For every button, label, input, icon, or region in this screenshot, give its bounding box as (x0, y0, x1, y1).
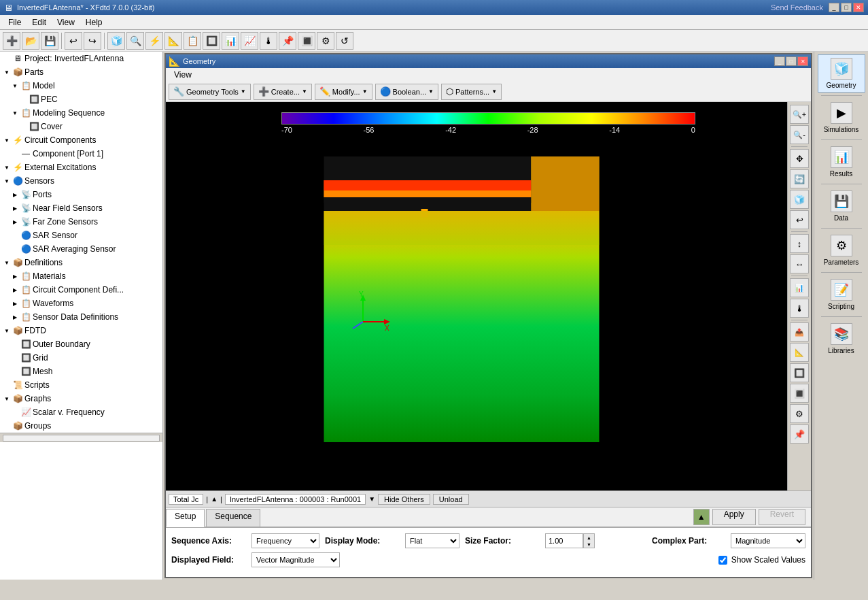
nav-data[interactable]: 💾 Data (818, 187, 865, 225)
nav-parameters[interactable]: ⚙ Parameters (818, 231, 865, 269)
canvas-area[interactable]: -70 -56 -42 -28 -14 0 (166, 102, 811, 490)
nav-scripting[interactable]: 📝 Scripting (818, 276, 865, 314)
tb-icon11[interactable]: 🔳 (298, 32, 315, 50)
menu-help[interactable]: Help (80, 16, 108, 29)
settings-vis-btn[interactable]: ⚙ (790, 404, 809, 423)
save-btn[interactable]: 💾 (41, 32, 58, 50)
temp-btn[interactable]: 🌡 (790, 299, 809, 318)
unload-btn[interactable]: Unload (433, 494, 469, 505)
fit-btn[interactable]: ↩ (790, 210, 809, 229)
sidebar-item-outer-boundary[interactable]: 🔲 Outer Boundary (0, 337, 162, 351)
3d-btn[interactable]: 🧊 (790, 190, 809, 209)
vert-btn[interactable]: ↕ (790, 234, 809, 253)
feedback-link[interactable]: Send Feedback (771, 3, 823, 12)
tb-icon9[interactable]: 🌡 (260, 32, 277, 50)
sidebar-item-model[interactable]: ▼ 📋 Model (0, 79, 162, 93)
rotate-btn[interactable]: 🔄 (790, 169, 809, 188)
nav-simulations[interactable]: ▶ Simulations (818, 99, 865, 137)
seq-axis-select[interactable]: Frequency (251, 533, 319, 548)
revert-btn[interactable]: Revert (759, 509, 805, 525)
nav-results[interactable]: 📊 Results (818, 143, 865, 181)
sidebar-item-sensor-data-def[interactable]: ▶ 📋 Sensor Data Definitions (0, 310, 162, 324)
minimize-btn[interactable]: _ (829, 3, 839, 12)
nav-libraries[interactable]: 📚 Libraries (818, 320, 865, 358)
sidebar-item-far-zone[interactable]: ▶ 📡 Far Zone Sensors (0, 215, 162, 229)
geometry-tools-btn[interactable]: 🔧 Geometry Tools ▼ (169, 84, 251, 100)
menu-view[interactable]: View (52, 16, 80, 29)
tb-icon4[interactable]: 📐 (164, 32, 182, 50)
sidebar-item-grid[interactable]: 🔲 Grid (0, 351, 162, 365)
geo-minimize[interactable]: _ (774, 56, 785, 66)
menu-file[interactable]: File (3, 16, 27, 29)
sidebar-item-sar-avg[interactable]: 🔵 SAR Averaging Sensor (0, 242, 162, 256)
sidebar-item-near-field[interactable]: ▶ 📡 Near Field Sensors (0, 201, 162, 215)
measure-btn[interactable]: 📐 (790, 343, 809, 362)
size-down-btn[interactable]: ▼ (583, 541, 594, 548)
chart-btn[interactable]: 📊 (790, 278, 809, 297)
pin-btn[interactable]: 📌 (790, 424, 809, 444)
sidebar-item-parts[interactable]: ▼ 📦 Parts (0, 65, 162, 79)
horiz-btn[interactable]: ↔ (790, 254, 809, 273)
sidebar-item-sensors[interactable]: ▼ 🔵 Sensors (0, 174, 162, 188)
redo-btn[interactable]: ↪ (84, 32, 101, 50)
tab-sequence[interactable]: Sequence (206, 509, 260, 527)
tb-icon8[interactable]: 📈 (241, 32, 258, 50)
sidebar-item-waveforms[interactable]: ▶ 📋 Waveforms (0, 297, 162, 310)
tb-icon6[interactable]: 🔲 (203, 32, 220, 50)
open-btn[interactable]: 📂 (22, 32, 39, 50)
tb-icon1[interactable]: 🧊 (107, 32, 125, 50)
sidebar-item-pec[interactable]: 🔲 PEC (0, 93, 162, 106)
tb-icon7[interactable]: 📊 (222, 32, 239, 50)
patterns-btn[interactable]: ⬡ Patterns... ▼ (441, 84, 502, 100)
sidebar-item-component-port1[interactable]: — Component [Port 1] (0, 147, 162, 161)
sidebar-item-circuit-comp-def[interactable]: ▶ 📋 Circuit Component Defi... (0, 283, 162, 297)
pan-btn[interactable]: ✥ (790, 149, 809, 168)
tb-icon5[interactable]: 📋 (184, 32, 201, 50)
hide-others-btn[interactable]: Hide Others (378, 494, 430, 505)
show-scaled-checkbox[interactable] (718, 556, 727, 565)
new-btn[interactable]: ➕ (3, 32, 20, 50)
undo-btn[interactable]: ↩ (65, 32, 82, 50)
close-btn[interactable]: ✕ (853, 3, 864, 12)
sidebar-item-ports[interactable]: ▶ 📡 Ports (0, 188, 162, 201)
sidebar-item-groups[interactable]: 📦 Groups (0, 419, 162, 433)
complex-part-select[interactable]: Magnitude (731, 533, 805, 548)
size-up-btn[interactable]: ▲ (583, 534, 594, 541)
tb-icon12[interactable]: ⚙ (317, 32, 334, 50)
sidebar-item-circuit[interactable]: ▼ ⚡ Circuit Components (0, 133, 162, 147)
tb-icon13[interactable]: ↺ (336, 32, 353, 50)
zoom-out-btn[interactable]: 🔍- (790, 125, 809, 144)
menu-edit[interactable]: Edit (27, 16, 52, 29)
sidebar-item-definitions[interactable]: ▼ 📦 Definitions (0, 256, 162, 269)
geo-close[interactable]: ✕ (797, 56, 808, 66)
sidebar-item-modeling-sequence[interactable]: ▼ 📋 Modeling Sequence (0, 106, 162, 120)
sidebar-item-cover[interactable]: 🔲 Cover (0, 120, 162, 133)
tab-setup[interactable]: Setup (166, 509, 205, 527)
sidebar-item-scalar-freq[interactable]: 📈 Scalar v. Frequency (0, 405, 162, 419)
tb-icon2[interactable]: 🔍 (126, 32, 144, 50)
grid-view-btn[interactable]: 🔲 (790, 363, 809, 382)
apply-btn[interactable]: Apply (712, 509, 756, 525)
maximize-btn[interactable]: □ (841, 3, 852, 12)
sidebar-item-ext-exc[interactable]: ▼ ⚡ External Excitations (0, 161, 162, 174)
select-btn[interactable]: 🔳 (790, 384, 809, 403)
display-mode-select[interactable]: Flat (405, 533, 459, 548)
sidebar-item-mesh[interactable]: 🔲 Mesh (0, 365, 162, 378)
modify-btn[interactable]: ✏️ Modify... ▼ (315, 84, 372, 100)
tb-icon10[interactable]: 📌 (279, 32, 296, 50)
sidebar-item-materials[interactable]: ▶ 📋 Materials (0, 269, 162, 283)
boolean-btn[interactable]: 🔵 Boolean... ▼ (375, 84, 438, 100)
nav-geometry[interactable]: 🧊 Geometry (818, 54, 865, 93)
geo-menu-view[interactable]: View (169, 69, 197, 81)
export-btn[interactable]: 📤 (790, 322, 809, 341)
create-btn[interactable]: ➕ Create... ▼ (254, 84, 312, 100)
geo-maximize[interactable]: □ (786, 56, 797, 66)
sidebar-scrollbar[interactable] (0, 433, 162, 442)
sidebar-item-fdtd[interactable]: ▼ 📦 FDTD (0, 324, 162, 337)
sidebar-item-scripts[interactable]: 📜 Scripts (0, 378, 162, 392)
sidebar-item-graphs[interactable]: ▼ 📦 Graphs (0, 392, 162, 405)
tb-icon3[interactable]: ⚡ (145, 32, 163, 50)
sidebar-item-sar-sensor[interactable]: 🔵 SAR Sensor (0, 229, 162, 242)
size-factor-input[interactable] (545, 533, 583, 548)
zoom-in-btn[interactable]: 🔍+ (790, 105, 809, 124)
